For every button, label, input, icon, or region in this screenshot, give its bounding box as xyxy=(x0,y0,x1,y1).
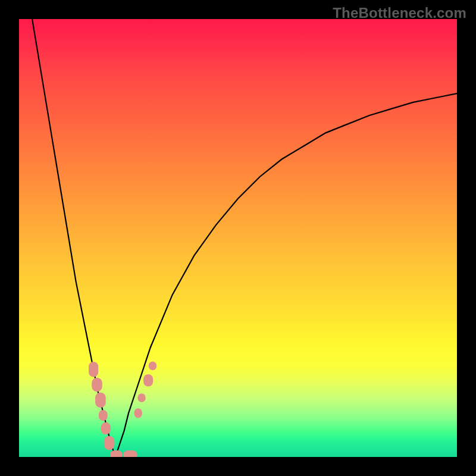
data-marker xyxy=(99,410,108,421)
data-marker xyxy=(101,422,111,435)
data-marker xyxy=(134,408,142,418)
markers-group xyxy=(89,362,156,457)
data-marker xyxy=(123,450,137,457)
data-marker xyxy=(110,450,123,457)
curve-right-branch xyxy=(115,93,457,457)
data-marker xyxy=(92,378,102,392)
curve-left-branch xyxy=(32,19,115,457)
data-marker xyxy=(137,393,145,402)
data-marker xyxy=(104,436,115,450)
curve-svg xyxy=(0,19,476,457)
data-marker xyxy=(149,362,156,371)
data-marker xyxy=(89,362,98,377)
data-marker xyxy=(95,392,106,408)
chart-container: TheBottleneck.com xyxy=(0,0,476,476)
data-marker xyxy=(143,374,153,387)
